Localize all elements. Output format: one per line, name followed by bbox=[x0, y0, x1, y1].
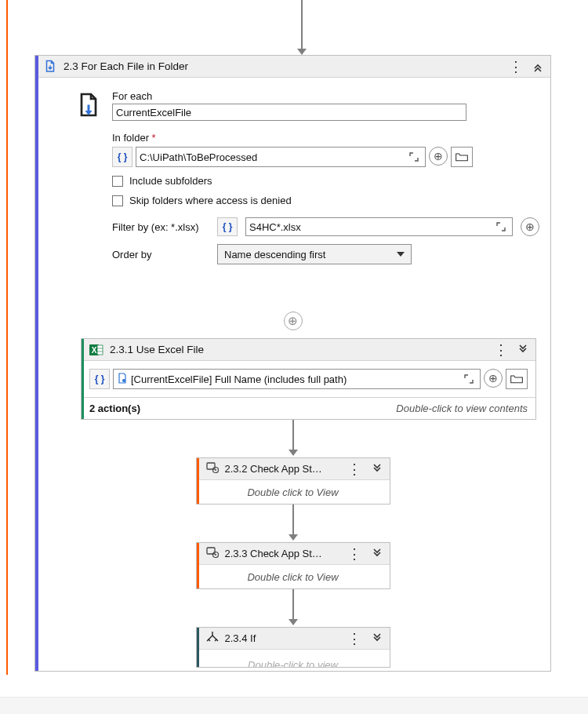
flow-arrow bbox=[35, 420, 550, 457]
fullscreen-icon[interactable] bbox=[461, 374, 477, 384]
actions-count-label: 2 action(s) bbox=[89, 403, 140, 414]
file-download-icon-large bbox=[74, 92, 103, 120]
order-by-label: Order by bbox=[112, 249, 209, 260]
expression-braces-icon: { } bbox=[217, 217, 238, 236]
add-expression-button[interactable]: ⊕ bbox=[429, 147, 448, 166]
workflow-canvas[interactable]: 2.3 For Each File in Folder ⋮ For each I… bbox=[0, 0, 588, 714]
skip-denied-label: Skip folders where access is denied bbox=[129, 195, 292, 206]
activity-title: 2.3.4 If bbox=[225, 632, 341, 644]
activity-expand-button[interactable] bbox=[369, 631, 385, 647]
double-click-hint: Double click to View bbox=[197, 565, 390, 588]
parent-accent-stripe bbox=[6, 0, 8, 675]
order-by-select[interactable]: Name descending first bbox=[217, 244, 412, 264]
add-expression-button[interactable]: ⊕ bbox=[484, 369, 503, 388]
activity-expand-button[interactable] bbox=[515, 342, 531, 358]
activity-expand-button[interactable] bbox=[369, 546, 385, 562]
include-subfolders-checkbox[interactable] bbox=[112, 176, 123, 187]
svg-rect-3 bbox=[97, 345, 103, 355]
activity-title: 2.3 For Each File in Folder bbox=[64, 60, 502, 72]
in-folder-label: In folder bbox=[112, 132, 539, 144]
svg-rect-0 bbox=[88, 105, 90, 111]
svg-text:X: X bbox=[92, 346, 97, 355]
activity-accent-stripe bbox=[197, 628, 199, 667]
activity-menu-button[interactable]: ⋮ bbox=[508, 59, 524, 75]
excel-file-path-input[interactable]: [CurrentExcelFile] Full Name (includes f… bbox=[113, 369, 481, 389]
include-subfolders-label: Include subfolders bbox=[129, 175, 212, 187]
activity-for-each-file-in-folder[interactable]: 2.3 For Each File in Folder ⋮ For each I… bbox=[34, 55, 551, 672]
excel-icon: X bbox=[89, 343, 103, 357]
activity-title: 2.3.2 Check App St… bbox=[225, 463, 341, 475]
activity-collapse-button[interactable] bbox=[530, 59, 546, 75]
fullscreen-icon[interactable] bbox=[406, 152, 422, 162]
activity-accent-stripe bbox=[197, 458, 199, 504]
flow-arrow bbox=[35, 505, 550, 542]
chevron-down-icon bbox=[397, 252, 405, 257]
svg-point-9 bbox=[215, 469, 216, 471]
browse-file-button[interactable] bbox=[506, 369, 528, 389]
add-expression-button[interactable]: ⊕ bbox=[521, 217, 539, 236]
fullscreen-icon[interactable] bbox=[493, 222, 509, 231]
activity-check-app-state-1[interactable]: 2.3.2 Check App St… ⋮ Double click to Vi… bbox=[196, 457, 390, 505]
svg-point-6 bbox=[122, 379, 125, 382]
activity-use-excel-file[interactable]: X 2.3.1 Use Excel File ⋮ { } [CurrentExc… bbox=[81, 338, 536, 420]
browse-folder-button[interactable] bbox=[451, 147, 473, 167]
double-click-hint: Double-click to view bbox=[197, 650, 390, 667]
filter-by-label: Filter by (ex: *.xlsx) bbox=[112, 221, 209, 233]
activity-header[interactable]: X 2.3.1 Use Excel File ⋮ bbox=[82, 339, 535, 361]
file-ref-icon bbox=[117, 373, 128, 386]
for-each-input[interactable] bbox=[112, 104, 466, 121]
activity-accent-stripe bbox=[35, 56, 38, 671]
activity-title: 2.3.3 Check App St… bbox=[225, 548, 341, 559]
bottom-cutoff bbox=[0, 697, 588, 714]
svg-point-12 bbox=[215, 554, 216, 556]
activity-check-app-state-2[interactable]: 2.3.3 Check App St… ⋮ Double click to Vi… bbox=[196, 542, 390, 589]
activity-header[interactable]: 2.3 For Each File in Folder ⋮ bbox=[35, 56, 550, 78]
check-app-state-icon bbox=[206, 546, 219, 561]
flow-arrow bbox=[35, 589, 550, 627]
activity-menu-button[interactable]: ⋮ bbox=[347, 461, 363, 477]
check-app-state-icon bbox=[206, 461, 219, 476]
activity-accent-stripe bbox=[197, 543, 199, 588]
activity-menu-button[interactable]: ⋮ bbox=[347, 546, 363, 562]
activity-if[interactable]: 2.3.4 If ⋮ Double-click to view bbox=[196, 627, 390, 668]
in-folder-input[interactable]: C:\UiPath\ToBeProcessed bbox=[136, 147, 426, 167]
for-each-label: For each bbox=[112, 90, 539, 102]
flow-arrow-incoming bbox=[297, 0, 307, 55]
activity-menu-button[interactable]: ⋮ bbox=[347, 631, 363, 647]
add-activity-button[interactable]: ⊕ bbox=[284, 311, 303, 330]
branch-icon bbox=[206, 631, 219, 646]
file-download-icon bbox=[43, 60, 57, 74]
activity-title: 2.3.1 Use Excel File bbox=[110, 344, 487, 355]
expression-braces-icon: { } bbox=[112, 147, 132, 167]
filter-by-input[interactable]: S4HC*.xlsx bbox=[245, 217, 513, 236]
activity-expand-button[interactable] bbox=[369, 461, 385, 477]
activity-menu-button[interactable]: ⋮ bbox=[493, 342, 509, 358]
double-click-hint: Double click to View bbox=[197, 480, 390, 504]
expression-braces-icon: { } bbox=[89, 369, 110, 389]
double-click-hint: Double-click to view contents bbox=[396, 403, 528, 414]
activity-accent-stripe bbox=[82, 339, 84, 419]
skip-denied-checkbox[interactable] bbox=[112, 195, 123, 206]
